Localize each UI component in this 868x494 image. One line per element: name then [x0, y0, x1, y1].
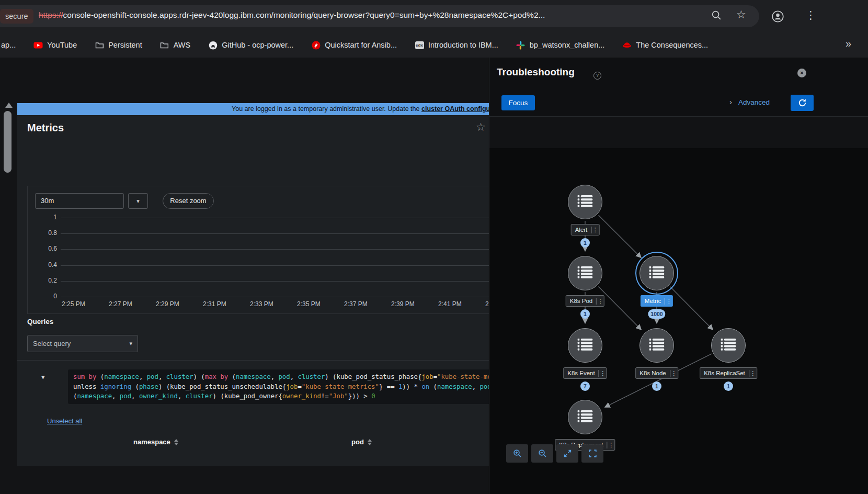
- bookmark-label: AWS: [174, 41, 191, 49]
- close-icon[interactable]: ×: [797, 69, 806, 77]
- node-badge: 1000: [648, 309, 665, 319]
- fit-to-screen-button[interactable]: [556, 444, 578, 463]
- x-axis-tick: 2:39 PM: [391, 300, 415, 308]
- promql-token: cluster: [166, 373, 193, 380]
- server-icon: [649, 338, 665, 353]
- kebab-menu-icon[interactable]: ⋮: [607, 442, 615, 448]
- column-header-namespace[interactable]: namespace: [133, 438, 178, 446]
- graph-node-deployment: K8s Deployment⋮: [568, 400, 602, 434]
- query-select-value: Select query: [33, 340, 71, 347]
- kebab-menu-icon[interactable]: ⋮: [749, 370, 757, 377]
- promql-token: namespace: [236, 373, 271, 380]
- y-axis-tick: 0.6: [32, 245, 57, 252]
- browser-menu-icon[interactable]: ⋮: [805, 9, 816, 21]
- node-label-pod[interactable]: K8s Pod⋮: [566, 295, 604, 307]
- query-expand-caret-icon[interactable]: ▾: [41, 373, 45, 381]
- unselect-all-link[interactable]: Unselect all: [47, 417, 82, 425]
- chevron-right-icon[interactable]: ›: [729, 97, 732, 106]
- panel-title: Troubleshooting: [497, 66, 575, 78]
- promql-token: "Job": [329, 392, 348, 400]
- sort-icon[interactable]: [174, 439, 178, 445]
- node-circle-event[interactable]: [568, 328, 602, 363]
- bookmark-bp-watsonx-challen[interactable]: bp_watsonx_challen...: [516, 40, 605, 50]
- bookmark-persistent[interactable]: Persistent: [95, 40, 142, 50]
- folder-icon: [95, 40, 104, 50]
- promql-token: pod: [147, 373, 158, 380]
- time-range-select[interactable]: 30m: [35, 193, 124, 209]
- zoom-in-button[interactable]: [506, 444, 528, 463]
- zoom-out-button[interactable]: [531, 444, 553, 463]
- help-icon[interactable]: ?: [593, 72, 601, 80]
- promql-token: unless: [73, 383, 100, 390]
- time-range-caret-icon[interactable]: ▾: [128, 193, 148, 209]
- youtube-icon: [33, 40, 43, 50]
- url-text[interactable]: https://console-openshift-console.apps.r…: [39, 10, 545, 20]
- node-label-metric[interactable]: Metric⋮: [641, 295, 673, 307]
- promql-token: job: [421, 373, 433, 380]
- favorite-star-icon[interactable]: ☆: [476, 121, 486, 133]
- bookmarks-overflow-icon[interactable]: »: [846, 38, 851, 50]
- kebab-menu-icon[interactable]: ⋮: [670, 370, 678, 377]
- bookmark-quickstart-for-ansib[interactable]: Quickstart for Ansib...: [311, 40, 397, 50]
- scrollbar-up-arrow[interactable]: [5, 103, 13, 108]
- focus-button[interactable]: Focus: [501, 95, 535, 110]
- query-select-dropdown[interactable]: Select query ▾: [27, 335, 138, 352]
- promql-token: on: [421, 383, 433, 390]
- fullscreen-button[interactable]: [581, 444, 603, 463]
- graph-node-metric: Metric⋮1000: [639, 256, 674, 290]
- column-header-pod[interactable]: pod: [351, 438, 372, 446]
- graph-node-knode: K8s Node⋮1: [639, 328, 674, 363]
- column-header-label: pod: [351, 438, 364, 446]
- kebab-menu-icon[interactable]: ⋮: [596, 298, 604, 305]
- node-circle-knode[interactable]: [639, 328, 674, 363]
- node-badge: 1: [652, 381, 661, 391]
- promql-token: cluster: [186, 392, 213, 400]
- bookmark-youtube[interactable]: YouTube: [33, 40, 77, 50]
- promql-token: 0: [371, 392, 375, 400]
- node-label-knode[interactable]: K8s Node⋮: [635, 367, 678, 379]
- promql-token: (: [135, 383, 139, 390]
- promql-token: } ==: [379, 383, 398, 390]
- refresh-button[interactable]: [791, 95, 814, 111]
- scrollbar-thumb[interactable]: [4, 111, 12, 173]
- promql-token: ,: [158, 373, 166, 380]
- node-label-text: Metric: [641, 298, 665, 304]
- node-circle-replicaset[interactable]: [711, 328, 746, 363]
- bookmark-ap[interactable]: ap...: [1, 41, 16, 49]
- node-label-event[interactable]: K8s Event⋮: [563, 367, 607, 379]
- node-label-text: Alert: [572, 227, 591, 233]
- advanced-link[interactable]: Advanced: [738, 98, 770, 106]
- node-circle-pod[interactable]: [568, 256, 602, 290]
- node-label-alert[interactable]: Alert⋮: [571, 224, 600, 235]
- kebab-menu-icon[interactable]: ⋮: [665, 298, 672, 305]
- node-label-text: K8s Node: [636, 370, 670, 376]
- node-badge: 1: [580, 238, 590, 248]
- page-zoom-icon[interactable]: [711, 10, 722, 23]
- graph-edge-pod-knode: [598, 287, 641, 330]
- node-circle-metric[interactable]: [639, 256, 674, 290]
- chevron-down-icon: ▾: [129, 335, 132, 352]
- bookmark-label: Persistent: [108, 41, 142, 49]
- bookmark-star-icon[interactable]: ☆: [736, 8, 746, 21]
- x-axis-tick: 2:41 PM: [438, 300, 462, 308]
- profile-avatar-icon[interactable]: [772, 10, 784, 25]
- promql-token: ) (kube_pod_owner{: [213, 392, 282, 400]
- sort-icon[interactable]: [368, 439, 372, 445]
- promql-token: })) >: [348, 392, 371, 400]
- page-title: Metrics: [27, 122, 64, 134]
- reset-zoom-button[interactable]: Reset zoom: [163, 193, 214, 209]
- node-label-replicaset[interactable]: K8s ReplicaSet⋮: [700, 367, 757, 379]
- bookmark-the-consequences[interactable]: The Consequences...: [622, 40, 708, 50]
- bookmark-github-ocp-power[interactable]: GitHub - ocp-power...: [208, 40, 293, 50]
- kebab-menu-icon[interactable]: ⋮: [599, 370, 607, 377]
- kebab-menu-icon[interactable]: ⋮: [591, 227, 599, 233]
- security-chip[interactable]: secure: [0, 9, 33, 24]
- bookmark-aws[interactable]: AWS: [160, 40, 191, 50]
- promql-token: ) (kube_pod_status_unschedulable{: [158, 383, 286, 390]
- topology-graph: Alert⋮1K8s Pod⋮1Metric⋮1000K8s Event⋮7K8…: [489, 148, 868, 494]
- bookmark-introduction-to-ibm[interactable]: edxIntroduction to IBM...: [415, 40, 498, 50]
- node-circle-deployment[interactable]: [568, 400, 602, 434]
- node-circle-alert[interactable]: [568, 185, 602, 219]
- promql-token: pod: [278, 373, 290, 380]
- bookmark-label: Quickstart for Ansib...: [325, 41, 397, 49]
